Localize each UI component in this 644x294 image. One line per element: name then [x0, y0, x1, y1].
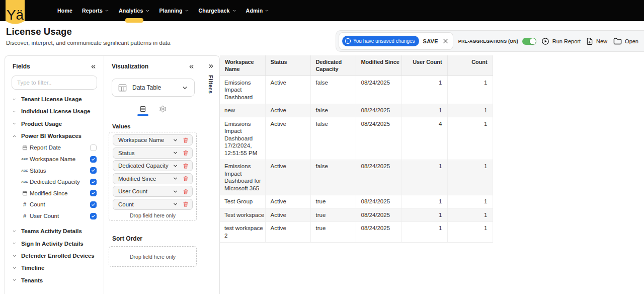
field-checkbox[interactable]: [90, 144, 97, 151]
pill-options-button[interactable]: [173, 137, 178, 143]
pill-remove-button[interactable]: [183, 175, 189, 182]
field-item[interactable]: #User Count: [5, 210, 104, 222]
fields-group-4[interactable]: Teams Activity Details: [5, 225, 104, 237]
field-item[interactable]: ABCDedicated Capacity: [5, 176, 104, 188]
field-checkbox[interactable]: [90, 179, 97, 185]
fields-group-6[interactable]: Defender Enrolled Devices: [5, 250, 104, 262]
check-icon: [91, 180, 96, 184]
chevron-down-icon: [185, 9, 189, 13]
fields-group-8[interactable]: Tenants: [5, 274, 104, 286]
nav-item-planning[interactable]: Planning: [159, 0, 189, 21]
fields-group-1[interactable]: Individual License Usage: [5, 105, 104, 117]
nav-item-admin[interactable]: Admin: [246, 0, 270, 21]
chevron-down-icon: [232, 9, 236, 13]
run-report-button[interactable]: Run Report: [541, 37, 581, 45]
table-cell: false: [310, 160, 356, 195]
nav-item-analytics[interactable]: Analytics: [119, 0, 150, 21]
field-checkbox[interactable]: [90, 213, 97, 219]
pill-options-button[interactable]: [173, 163, 178, 169]
chevron-down-icon: [173, 137, 178, 143]
table-cell: false: [310, 117, 356, 160]
save-button[interactable]: SAVE: [423, 38, 438, 44]
table-row: Emissions Impact Dashboard for Microsoft…: [220, 160, 493, 195]
pill-options-button[interactable]: [173, 201, 178, 207]
tab-settings[interactable]: [158, 104, 168, 114]
field-checkbox[interactable]: [90, 156, 97, 163]
nav-item-reports[interactable]: Reports: [82, 0, 109, 21]
field-item[interactable]: Modified Since: [5, 188, 104, 199]
brand-logo[interactable]: Yä: [6, 0, 25, 27]
column-header[interactable]: User Count: [401, 55, 447, 76]
field-item-label: Modified Since: [30, 190, 67, 196]
table-cell: Emissions Impact Dashboard: [220, 76, 265, 104]
open-report-button[interactable]: Open: [613, 37, 638, 45]
filters-expand-button[interactable]: [208, 63, 214, 69]
value-pill[interactable]: Count: [113, 199, 193, 210]
pill-remove-button[interactable]: [183, 201, 189, 207]
fields-group-label: Tenants: [21, 277, 43, 283]
field-checkbox[interactable]: [90, 167, 97, 174]
pill-options-button[interactable]: [173, 189, 178, 194]
pill-remove-button[interactable]: [183, 137, 189, 143]
value-pill-label: User Count: [118, 188, 147, 194]
pill-remove-button[interactable]: [183, 163, 189, 169]
new-report-button[interactable]: New: [586, 37, 607, 45]
field-item[interactable]: ABCStatus: [5, 165, 104, 176]
value-pill[interactable]: Workspace Name: [113, 134, 193, 145]
nav-item-label: Home: [57, 8, 72, 14]
value-pill-label: Dedicated Capacity: [118, 163, 169, 169]
field-item[interactable]: #Count: [5, 199, 104, 210]
data-table-icon: [118, 83, 127, 93]
nav-item-home[interactable]: Home: [57, 0, 72, 21]
table-rows-icon: [139, 105, 146, 113]
value-pill[interactable]: User Count: [113, 186, 193, 197]
pill-options-button[interactable]: [173, 150, 178, 156]
chevron-down-icon: [265, 9, 269, 13]
tab-table-rows[interactable]: [138, 104, 147, 114]
value-pill[interactable]: Modified Since: [113, 173, 193, 184]
field-item-label: Workspace Name: [30, 156, 75, 162]
fields-group-5[interactable]: Sign In Activity Details: [5, 238, 104, 250]
visualization-collapse-button[interactable]: [188, 63, 195, 70]
nav-item-chargeback[interactable]: Chargeback: [199, 0, 236, 21]
value-pill[interactable]: Dedicated Capacity: [113, 160, 193, 171]
table-cell: 08/24/2025: [356, 195, 401, 208]
values-drop-zone[interactable]: Workspace NameStatusDedicated CapacityMo…: [109, 132, 197, 221]
dismiss-unsaved-button[interactable]: [442, 38, 449, 44]
pre-aggregations-toggle[interactable]: [522, 38, 536, 45]
table-row: Test GroupActivetrue08/24/202511: [220, 195, 493, 208]
field-checkbox[interactable]: [90, 190, 97, 196]
unsaved-changes-box: You have unsaved changes SAVE: [339, 32, 453, 50]
column-header[interactable]: Count: [447, 55, 493, 76]
pill-remove-button[interactable]: [183, 188, 189, 195]
sort-drop-hint: Drop field here only: [130, 254, 176, 260]
check-icon: [91, 157, 96, 162]
sort-order-drop-zone[interactable]: Drop field here only: [109, 246, 197, 267]
field-item[interactable]: Report Date: [5, 142, 104, 154]
nav-menu: HomeReportsAnalyticsPlanningChargebackAd…: [57, 0, 269, 21]
table-row: test workspace 2Activetrue08/24/202511: [220, 222, 493, 242]
calendar-icon: [22, 145, 28, 151]
fields-group-0[interactable]: Tenant License Usage: [5, 93, 104, 105]
field-item[interactable]: ABCWorkspace Name: [5, 154, 104, 165]
pill-remove-button[interactable]: [183, 150, 189, 156]
chart-type-select[interactable]: Data Table: [112, 79, 195, 97]
gear-icon: [159, 105, 167, 113]
column-header[interactable]: Dedicated Capacity: [310, 55, 356, 76]
column-header[interactable]: Modified Since: [356, 55, 401, 76]
info-icon: [345, 38, 351, 44]
value-pill[interactable]: Status: [113, 148, 193, 159]
field-item-label: User Count: [30, 213, 59, 219]
fields-group-2[interactable]: Product Usage: [5, 118, 104, 130]
table-cell: 1: [401, 208, 447, 222]
fields-group-7[interactable]: Timeline: [5, 262, 104, 274]
chevrons-left-icon: [188, 63, 195, 70]
chevron-up-icon: [12, 133, 17, 139]
fields-collapse-button[interactable]: [90, 63, 97, 70]
pill-options-button[interactable]: [173, 176, 178, 181]
column-header[interactable]: Workspace Name: [220, 55, 265, 76]
field-checkbox[interactable]: [90, 201, 97, 208]
fields-group-3[interactable]: Power BI Workspaces: [5, 130, 104, 142]
column-header[interactable]: Status: [265, 55, 310, 76]
fields-filter-input[interactable]: [12, 76, 97, 90]
